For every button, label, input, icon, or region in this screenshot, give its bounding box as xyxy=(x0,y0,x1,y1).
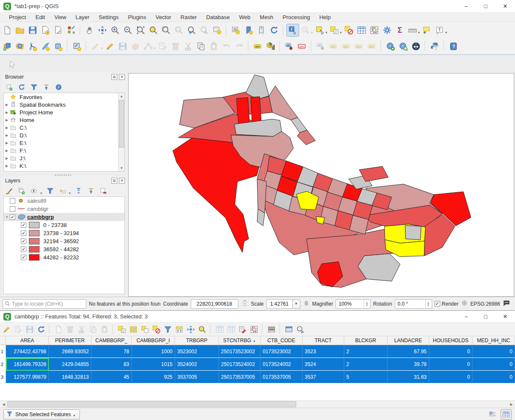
select-by-expression-button[interactable] xyxy=(116,324,127,335)
collapse-all-layers-button[interactable] xyxy=(86,186,96,196)
cell-stcntrbg[interactable]: 250173523002 xyxy=(219,345,260,358)
table-row[interactable]: 1274422.437982669.9305278100035230022501… xyxy=(0,345,515,358)
open-attribute-table-button[interactable] xyxy=(355,24,368,37)
attr-close-button[interactable]: ✕ xyxy=(495,311,515,322)
dock-attribute-table-button[interactable] xyxy=(283,324,294,335)
menu-processing[interactable]: Processing xyxy=(278,14,314,20)
layer-visibility-checkbox[interactable] xyxy=(10,198,15,204)
open-layer-styling-button[interactable] xyxy=(4,186,14,196)
statistical-summary-button[interactable]: Σ xyxy=(393,24,406,37)
new-geopackage-layer-button[interactable] xyxy=(39,40,52,53)
toggle-editing-button[interactable] xyxy=(104,40,116,53)
layers-float-button[interactable]: ⧉ xyxy=(111,178,117,184)
browser-item-d[interactable]: ▶D:\ xyxy=(4,131,125,139)
class-visibility-checkbox[interactable]: ✓ xyxy=(21,247,26,252)
cell-ctb_code[interactable]: 0173524002 xyxy=(260,358,303,371)
minimize-button[interactable]: – xyxy=(456,0,476,12)
copy-button[interactable] xyxy=(87,324,99,335)
filter-legend-button[interactable] xyxy=(45,186,55,196)
properties-widget-button[interactable]: i xyxy=(54,82,64,92)
rotate-label-button[interactable]: abc xyxy=(353,40,365,53)
layer-item-sales89[interactable]: sales89 xyxy=(4,197,125,205)
new-memory-layer-button[interactable] xyxy=(71,40,83,53)
legend-class-row[interactable]: ✓44282 - 82232 xyxy=(4,253,125,261)
highlight-pinned-labels-button[interactable]: abc xyxy=(296,40,308,53)
digitize-with-shape-button[interactable] xyxy=(129,40,142,53)
expander-icon[interactable]: ▶ xyxy=(4,118,10,122)
cell-perimeter[interactable]: 2669.93052 xyxy=(49,345,91,358)
class-visibility-checkbox[interactable]: ✓ xyxy=(21,222,26,228)
cell-landacre[interactable]: 31.63 xyxy=(388,371,429,383)
crs-code[interactable]: EPSG:26986 xyxy=(470,301,500,307)
cell-ctb_code[interactable]: 0173537005 xyxy=(260,371,303,383)
column-header-stcntrbg[interactable]: STCNTRBG▲ xyxy=(219,336,260,345)
pan-map-button[interactable] xyxy=(83,24,96,37)
cell-cambbgrp_i[interactable]: 925 xyxy=(132,371,175,383)
measure-button[interactable] xyxy=(406,24,419,37)
cell-med_hh_inc[interactable]: 0 xyxy=(473,345,515,358)
open-field-calculator-button[interactable] xyxy=(368,24,381,37)
row-number[interactable]: 1 xyxy=(0,345,6,358)
metasearch-add-button[interactable] xyxy=(384,40,397,53)
column-header-med_hh_inc[interactable]: MED_HH_INC xyxy=(473,336,515,345)
browser-item-c[interactable]: ▶C:\ xyxy=(4,124,125,131)
deselect-all-button[interactable] xyxy=(150,324,162,335)
floating-tool-handle[interactable] xyxy=(8,60,19,71)
browser-item-projecthome[interactable]: ▶Project Home xyxy=(4,108,125,116)
save-edits-button[interactable] xyxy=(24,324,35,335)
pan-to-selection-button[interactable] xyxy=(185,324,196,335)
remove-layer-button[interactable] xyxy=(98,186,108,196)
browser-item-f[interactable]: ▶F:\ xyxy=(4,147,125,154)
multi-edit-button[interactable] xyxy=(12,324,24,335)
cell-landacre[interactable]: 39.78 xyxy=(388,358,429,371)
pin-labels-button[interactable]: ab xyxy=(283,40,296,53)
style-manager-button[interactable]: a xyxy=(65,24,77,37)
cell-tract[interactable]: 3537 xyxy=(303,371,344,383)
cell-households[interactable]: 0 xyxy=(429,358,473,371)
select-by-expression-button[interactable] xyxy=(328,24,341,37)
browser-item-e[interactable]: ▶E:\ xyxy=(4,139,125,147)
paste-button[interactable] xyxy=(99,324,110,335)
zoom-to-selection-button[interactable] xyxy=(147,24,160,37)
table-row[interactable]: 2161499.793262429.0485583101535240022501… xyxy=(0,358,515,371)
table-view-button[interactable] xyxy=(501,409,512,420)
render-checkbox[interactable]: ✓ xyxy=(435,301,440,306)
map-feature[interactable] xyxy=(251,97,261,124)
show-hide-labels-button[interactable]: abc xyxy=(327,40,340,53)
browser-item-j[interactable]: ▶J:\ xyxy=(4,154,125,162)
move-label-button[interactable]: abc xyxy=(340,40,353,53)
modify-attributes-button[interactable] xyxy=(156,40,169,53)
new-print-layout-button[interactable]: ✦ xyxy=(39,24,52,37)
add-selected-layers-button[interactable] xyxy=(4,82,14,92)
expander-icon[interactable]: ▶ xyxy=(4,164,10,168)
delete-selected-button[interactable] xyxy=(169,40,182,53)
filter-form-button[interactable] xyxy=(162,324,173,335)
column-header-blckgr[interactable]: BLCKGR xyxy=(344,336,388,345)
open-data-source-manager-button[interactable] xyxy=(1,40,14,53)
cell-trbgrp[interactable]: 3524002 xyxy=(175,358,219,371)
rotation-spinbox[interactable]: 0.0 °▲▼ xyxy=(395,299,432,309)
add-vector-layer-button[interactable] xyxy=(14,40,26,53)
copy-features-button[interactable] xyxy=(195,40,207,53)
attr-maximize-button[interactable]: □ xyxy=(476,311,495,322)
new-field-button[interactable] xyxy=(214,324,225,335)
column-header-cambbgrp_i[interactable]: CAMBBGRP_I xyxy=(132,336,175,345)
scrollbar-thumb[interactable] xyxy=(119,100,124,148)
crs-globe-icon[interactable] xyxy=(461,300,468,308)
class-visibility-checkbox[interactable]: ✓ xyxy=(21,230,26,236)
cell-blckgr[interactable]: 2 xyxy=(344,358,388,371)
redo-button[interactable] xyxy=(233,40,246,53)
close-button[interactable]: ✕ xyxy=(495,0,515,12)
scroll-left-arrow[interactable]: ◀ xyxy=(0,401,7,408)
class-visibility-checkbox[interactable]: ✓ xyxy=(21,255,26,260)
refresh-map-button[interactable] xyxy=(268,24,280,37)
scale-value[interactable]: 1:42761 xyxy=(266,299,293,309)
select-all-button[interactable] xyxy=(127,324,139,335)
cell-med_hh_inc[interactable]: 0 xyxy=(473,371,515,383)
cell-perimeter[interactable]: 1648.32813 xyxy=(49,371,91,383)
python-console-button[interactable] xyxy=(428,40,441,53)
locate-box[interactable] xyxy=(3,299,86,309)
row-number[interactable]: 3 xyxy=(0,371,6,383)
cell-med_hh_inc[interactable]: 0 xyxy=(473,358,515,371)
form-view-button[interactable] xyxy=(487,409,498,420)
